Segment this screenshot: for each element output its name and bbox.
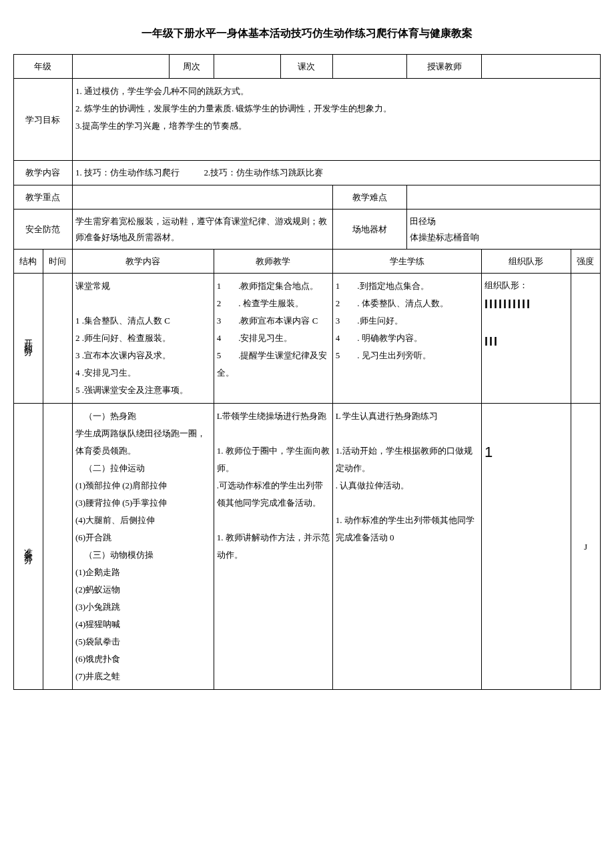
content-item: 1. 技巧：仿生动作练习爬行 <box>75 167 180 177</box>
list-item: (2)蚂蚁运物 <box>75 581 211 598</box>
list-item: 1 .到指定地点集合。 <box>336 278 479 295</box>
list-item: 3 .师生问好。 <box>336 312 479 330</box>
week-value <box>214 55 280 79</box>
lesson-num-value <box>332 55 407 79</box>
section-prep-row: 准备部分 （一）热身跑 学生成两路纵队绕田径场跑一圈，体育委员领跑。 （二）拉伸… <box>14 404 601 690</box>
goals-row: 学习目标 1. 通过模仿，学生学会几种不同的跳跃方式。 2. 炼学生的协调性，发… <box>14 79 601 161</box>
list-item: (6)开合跳 <box>75 529 211 546</box>
venue-line: 田径场 <box>410 213 597 229</box>
content-title: 课堂常规 <box>75 278 211 295</box>
header-row: 年级 周次 课次 授课教师 <box>14 55 601 79</box>
list-item: L带领学生绕操场进行热身跑 <box>217 408 330 425</box>
subheading: （二）拉伸运动 <box>75 460 211 477</box>
difficulty-value <box>407 185 601 209</box>
subheading: （三）动物模仿操 <box>75 546 211 564</box>
key-value <box>72 185 332 209</box>
goals-content: 1. 通过模仿，学生学会几种不同的跳跃方式。 2. 炼学生的协调性，发展学生的力… <box>72 79 600 161</box>
grade-label: 年级 <box>14 55 73 79</box>
formation-bars: III <box>485 331 568 352</box>
list-item: . 认真做拉伸活动。 <box>336 477 479 494</box>
section-start-row: 开始部分 课堂常规 1 .集合整队、清点人数 C 2 .师生问好、检查服装。 3… <box>14 274 601 404</box>
section-prep-intensity: J <box>571 404 600 690</box>
list-item: L 学生认真进行热身跑练习 <box>336 408 479 425</box>
list-item: 1.活动开始，学生根据教师的口做规定动作。 <box>336 442 479 477</box>
list-item: 3 .教师宣布本课内容 C <box>217 312 330 330</box>
list-item: .可选动作标准的学生出列带领其他同学完成准备活动。 <box>217 477 330 512</box>
subheading: （一）热身跑 <box>75 408 211 425</box>
list-item: (4)猩猩呐喊 <box>75 616 211 633</box>
teacher-value <box>481 55 600 79</box>
list-item: (4)大腿前、后侧拉伸 <box>75 512 211 529</box>
list-item: 3 .宣布本次课内容及求。 <box>75 347 211 364</box>
venue-value: 田径场 体操垫标志桶音响 <box>407 209 601 250</box>
list-item: (5)袋鼠拳击 <box>75 633 211 650</box>
goal-line: 3.提高学生的学习兴趣，培养学生的节奏感。 <box>75 117 597 135</box>
formation-marker: 1 <box>485 444 493 460</box>
section-prep-teacher: L带领学生绕操场进行热身跑 1. 教师位于圈中，学生面向教师。 .可选动作标准的… <box>214 404 332 690</box>
goal-line: 1. 通过模仿，学生学会几种不同的跳跃方式。 <box>75 83 597 100</box>
section-prep-formation: 1 <box>481 404 571 690</box>
venue-label: 场地器材 <box>332 209 407 250</box>
section-prep-content: （一）热身跑 学生成两路纵队绕田径场跑一圈，体育委员领跑。 （二）拉伸运动 (1… <box>72 404 214 690</box>
lesson-num-label: 课次 <box>281 55 333 79</box>
section-prep-name: 准备部分 <box>14 404 43 690</box>
list-item: 5 . 见习生出列旁听。 <box>336 347 479 364</box>
col-teaching-content: 教学内容 <box>72 249 214 273</box>
list-item: 2 . 检查学生服装。 <box>217 295 330 312</box>
goal-line: 2. 炼学生的协调性，发展学生的力量素质. 锻炼学生的协调性，开发学生的想象力。 <box>75 100 597 117</box>
section-start-name: 开始部分 <box>14 274 43 404</box>
list-item: (6)饿虎扑食 <box>75 650 211 668</box>
content-item: 2.技巧：仿生动作练习跳跃比赛 <box>204 167 323 177</box>
goals-label: 学习目标 <box>14 79 73 161</box>
col-intensity: 强度 <box>571 249 600 273</box>
section-start-student: 1 .到指定地点集合。 2 . 体委整队、清点人数。 3 .师生问好。 4 . … <box>332 274 481 404</box>
difficulty-label: 教学难点 <box>332 185 407 209</box>
list-item: 5 .提醒学生课堂纪律及安全。 <box>217 347 330 382</box>
list-item: (3)腰背拉伸 (5)手掌拉伸 <box>75 494 211 512</box>
section-start-intensity <box>571 274 600 404</box>
content-row: 教学内容 1. 技巧：仿生动作练习爬行 2.技巧：仿生动作练习跳跃比赛 <box>14 161 601 185</box>
list-item: (1)企鹅走路 <box>75 564 211 581</box>
list-item: 4 . 明确教学内容。 <box>336 330 479 347</box>
list-item: 5 .强调课堂安全及注意事项。 <box>75 382 211 399</box>
section-start-content: 课堂常规 1 .集合整队、清点人数 C 2 .师生问好、检查服装。 3 .宣布本… <box>72 274 214 404</box>
section-start-time <box>43 274 72 404</box>
section-start-formation: 组织队形： IIIIIIIIII III <box>481 274 571 404</box>
safety-label: 安全防范 <box>14 209 73 250</box>
section-start-teacher: 1 .教师指定集合地点。 2 . 检查学生服装。 3 .教师宣布本课内容 C 4… <box>214 274 332 404</box>
key-difficulty-row: 教学重点 教学难点 <box>14 185 601 209</box>
list-item: 4 .安排见习生。 <box>75 364 211 382</box>
lesson-plan-table: 年级 周次 课次 授课教师 学习目标 1. 通过模仿，学生学会几种不同的跳跃方式… <box>13 54 601 690</box>
col-formation: 组织队形 <box>481 249 571 273</box>
safety-value: 学生需穿着宽松服装，运动鞋，遵守体育课堂纪律、游戏规则；教师准备好场地及所需器材… <box>72 209 332 250</box>
paragraph: 学生成两路纵队绕田径场跑一圈，体育委员领跑。 <box>75 425 211 460</box>
list-item: 1. 教师位于圈中，学生面向教师。 <box>217 442 330 477</box>
list-item: 1 .集合整队、清点人数 C <box>75 312 211 330</box>
col-teacher-activity: 教师教学 <box>214 249 332 273</box>
activity-header-row: 结构 时间 教学内容 教师教学 学生学练 组织队形 强度 <box>14 249 601 273</box>
safety-venue-row: 安全防范 学生需穿着宽松服装，运动鞋，遵守体育课堂纪律、游戏规则；教师准备好场地… <box>14 209 601 250</box>
formation-bars: IIIIIIIIII <box>485 294 568 315</box>
teacher-label: 授课教师 <box>407 55 482 79</box>
list-item: 1. 教师讲解动作方法，并示范动作。 <box>217 529 330 564</box>
content-value: 1. 技巧：仿生动作练习爬行 2.技巧：仿生动作练习跳跃比赛 <box>72 161 600 185</box>
list-item: 1 .教师指定集合地点。 <box>217 278 330 295</box>
venue-line: 体操垫标志桶音响 <box>410 230 597 245</box>
col-time: 时间 <box>43 249 72 273</box>
list-item: 1. 动作标准的学生出列带领其他同学完成准备活动 0 <box>336 512 479 546</box>
grade-value <box>72 55 169 79</box>
document-title: 一年级下册水平一身体基本活动技巧仿生动作练习爬行体育与健康教案 <box>13 27 601 41</box>
section-prep-student: L 学生认真进行热身跑练习 1.活动开始，学生根据教师的口做规定动作。 . 认真… <box>332 404 481 690</box>
list-item: 2 . 体委整队、清点人数。 <box>336 295 479 312</box>
list-item: 4 .安排见习生。 <box>217 330 330 347</box>
section-prep-time <box>43 404 72 690</box>
formation-label: 组织队形： <box>485 278 568 293</box>
content-label: 教学内容 <box>14 161 73 185</box>
list-item: (7)井底之蛙 <box>75 668 211 685</box>
col-structure: 结构 <box>14 249 43 273</box>
list-item: 2 .师生问好、检查服装。 <box>75 330 211 347</box>
list-item: (3)小兔跳跳 <box>75 598 211 616</box>
col-student-activity: 学生学练 <box>332 249 481 273</box>
week-label: 周次 <box>170 55 214 79</box>
list-item: (1)颈部拉伸 (2)肩部拉伸 <box>75 477 211 494</box>
